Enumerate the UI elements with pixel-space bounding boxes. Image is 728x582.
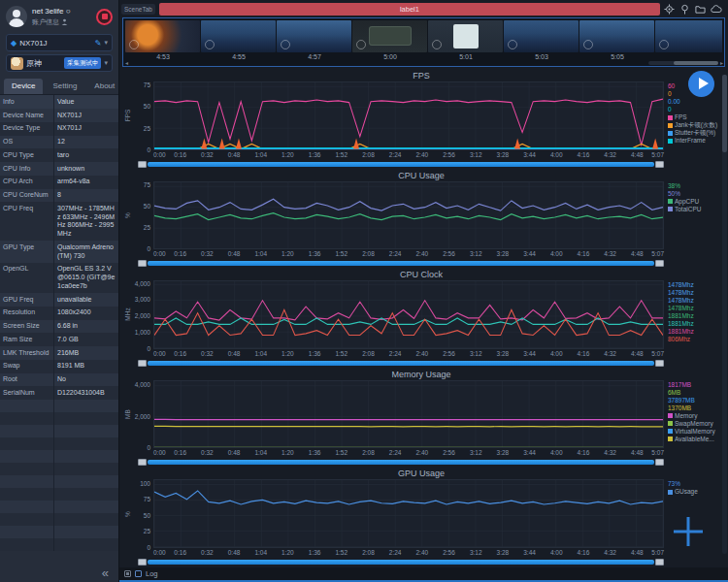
device-info-table: Info Value Device NameNX701JDevice TypeN… — [0, 95, 118, 582]
table-row: CPU Freq307MHz - 1785MHz 633MHz - 2496MH… — [0, 202, 118, 241]
table-row: Device TypeNX701J — [0, 122, 118, 136]
record-stop-button[interactable] — [96, 9, 113, 25]
sidebar-tabs: Device Setting About — [0, 72, 118, 95]
table-row — [0, 475, 118, 488]
cloud-icon[interactable] — [711, 4, 722, 15]
thumbnail[interactable] — [655, 20, 722, 52]
series-value: 1478Mhz — [668, 289, 720, 297]
table-row: LMK Threshold216MB — [0, 346, 118, 360]
legend-item[interactable]: FPS — [668, 113, 720, 121]
legend-item[interactable]: Memory — [668, 412, 720, 420]
x-axis: 0:000:160:320:481:041:201:361:522:082:24… — [153, 548, 664, 558]
x-tick: 4:00 — [550, 250, 563, 257]
y-tick: 0 — [147, 545, 150, 552]
thumbnail-scrollbar-handle[interactable] — [674, 61, 718, 65]
legend-item[interactable]: GUsage — [668, 488, 720, 496]
thumbnail[interactable] — [579, 20, 654, 52]
chevron-down-icon: ▾ — [104, 59, 108, 67]
scrollbar-range[interactable] — [148, 361, 654, 366]
bottom-bar: Log — [119, 567, 728, 580]
folder-icon[interactable] — [695, 4, 706, 15]
time-scrollbar[interactable] — [138, 558, 664, 566]
time-scrollbar[interactable] — [138, 458, 664, 467]
thumbnail[interactable] — [125, 20, 200, 52]
scrollbar-left-handle[interactable] — [138, 559, 147, 566]
table-row: RootNo — [0, 373, 118, 387]
charts-vscroll-thumb[interactable] — [722, 75, 727, 152]
x-tick: 4:16 — [578, 151, 590, 158]
thumbnail[interactable] — [201, 20, 276, 52]
table-row: CPU CoreNum8 — [0, 189, 118, 203]
scrollbar-range[interactable] — [148, 261, 654, 266]
scrollbar-left-handle[interactable] — [138, 260, 147, 267]
y-tick: 50 — [144, 204, 150, 210]
scrollbar-range[interactable] — [148, 560, 654, 565]
scrollbar-left-handle[interactable] — [138, 360, 147, 367]
scrollbar-right-handle[interactable] — [655, 559, 664, 566]
session-label-bar[interactable]: label1 — [159, 3, 660, 16]
time-scrollbar[interactable] — [138, 160, 664, 169]
thumbnail[interactable] — [352, 20, 427, 52]
table-cell-info — [0, 425, 53, 437]
thumbnail-scrollbar[interactable] — [648, 61, 718, 65]
legend-item[interactable]: AppCPU — [668, 198, 720, 206]
series-value: 1478Mhz — [668, 281, 720, 289]
scrollbar-left-handle[interactable] — [138, 459, 147, 466]
y-axis-ticks: 7550250 — [131, 81, 153, 150]
table-row: GPU TypeQualcomm Adreno (TM) 730 — [0, 241, 118, 263]
scrollbar-range[interactable] — [148, 162, 654, 167]
x-tick: 4:16 — [578, 549, 590, 556]
scrollbar-right-handle[interactable] — [655, 161, 664, 168]
x-tick: 1:04 — [254, 449, 267, 456]
tab-device[interactable]: Device — [4, 79, 43, 94]
thumbnail[interactable] — [277, 20, 351, 52]
legend-item[interactable]: TotalCPU — [668, 206, 720, 213]
scrollbar-right-handle[interactable] — [655, 360, 664, 367]
user-avatar[interactable] — [6, 6, 27, 27]
thumbnail[interactable] — [428, 20, 503, 52]
edit-icon[interactable]: ✎ — [95, 39, 102, 48]
add-chart-button[interactable] — [674, 517, 703, 546]
tab-setting[interactable]: Setting — [45, 79, 84, 94]
chart-title: Memory Usage — [122, 369, 720, 380]
scrollbar-left-handle[interactable] — [138, 161, 147, 168]
time-scrollbar[interactable] — [138, 259, 664, 268]
legend-item[interactable]: VirtualMemory — [668, 428, 720, 436]
legend-item[interactable]: SwapMemory — [668, 420, 720, 428]
location-icon[interactable] — [664, 4, 675, 15]
series-value: 38% — [668, 182, 720, 190]
scrollbar-right-handle[interactable] — [655, 459, 664, 466]
thumbnail[interactable] — [504, 20, 579, 52]
chart-plot-area: %755025038%50%AppCPUTotalCPU — [122, 181, 720, 250]
play-button[interactable] — [688, 71, 714, 97]
tab-about[interactable]: About — [86, 79, 122, 94]
pin-icon[interactable] — [679, 4, 690, 15]
account-info-link[interactable]: 账户信息 — [32, 17, 59, 27]
x-tick: 4:16 — [578, 350, 590, 357]
x-tick: 3:28 — [497, 449, 510, 456]
x-tick: 2:40 — [416, 250, 429, 257]
app-dropdown[interactable]: 原神 采集测试中 ▾ — [6, 54, 113, 72]
sidebar-collapse-button[interactable]: « — [102, 566, 109, 579]
x-tick: 5:07 — [651, 151, 664, 158]
scrollbar-right-handle[interactable] — [655, 260, 664, 267]
time-scrollbar[interactable] — [138, 359, 664, 368]
y-tick: 4,000 — [135, 280, 150, 287]
charts-vertical-scrollbar[interactable] — [722, 75, 727, 554]
legend-item[interactable]: AvailableMe... — [668, 436, 720, 443]
expand-icon[interactable] — [124, 570, 131, 577]
y-tick: 50 — [144, 104, 150, 111]
x-tick: 3:28 — [497, 350, 510, 357]
device-dropdown-value: NX701J — [19, 39, 47, 48]
legend-item[interactable]: Stutter卡顿(%) — [668, 129, 720, 137]
device-dropdown[interactable]: ◆ NX701J ✎ ▾ — [6, 34, 113, 51]
strip-right-arrow[interactable]: ▸ — [720, 59, 723, 66]
strip-left-arrow[interactable]: ◂ — [125, 59, 128, 66]
x-tick: 1:36 — [309, 549, 321, 556]
y-axis-label: MB — [122, 380, 131, 449]
scrollbar-range[interactable] — [148, 460, 654, 465]
legend-item[interactable]: InterFrame — [668, 137, 720, 145]
legend-swatch — [668, 207, 673, 211]
log-checkbox[interactable] — [135, 570, 142, 577]
legend-item[interactable]: Jank卡顿(次数) — [668, 121, 720, 129]
